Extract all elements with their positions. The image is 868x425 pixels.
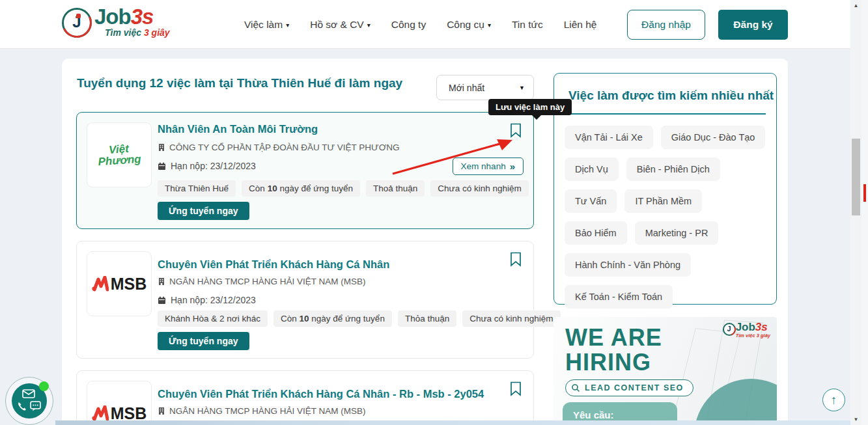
job-card[interactable]: MSB Chuyên Viên Phát Triển Khách Hàng Cá…: [76, 241, 534, 359]
msb-logomark: [92, 405, 109, 421]
search-tag[interactable]: Marketing - PR: [635, 221, 719, 245]
apply-now-button[interactable]: Ứng tuyển ngay: [158, 202, 249, 220]
job3s-logo[interactable]: J Job3s Tìm việc 3 giây: [62, 5, 170, 38]
window-edge-strip: [861, 0, 868, 425]
banner-headline: WE AREHIRING: [565, 325, 662, 375]
search-tag[interactable]: Tư Vấn: [565, 189, 617, 213]
login-button[interactable]: Đăng nhập: [627, 10, 705, 40]
job3s-logo-icon: J: [62, 8, 92, 38]
chevron-down-icon: ▾: [488, 21, 491, 29]
search-tag[interactable]: Vận Tải - Lái Xe: [565, 126, 653, 149]
envelope-icon: [22, 389, 35, 398]
building-icon: [158, 407, 165, 415]
register-button[interactable]: Đăng ký: [718, 10, 788, 40]
save-job-tooltip: Lưu việc làm này: [488, 99, 572, 115]
sort-dropdown-value: Mới nhất: [449, 83, 484, 93]
vertical-scrollbar[interactable]: ▲ ▼: [850, 0, 861, 425]
chat-bubble-icon: [30, 401, 41, 411]
scrollbar-up-arrow[interactable]: ▲: [850, 3, 861, 8]
quick-view-button[interactable]: Xem nhanh»: [453, 158, 524, 175]
company-logo-msb: MSB: [87, 251, 152, 316]
phone-icon: [17, 402, 27, 411]
job-tag-salary: Thoả thuận: [366, 180, 425, 197]
tooltip-pointer: [531, 115, 542, 120]
title-underline: [568, 113, 766, 115]
navbar: J Job3s Tìm việc 3 giây Việc làm▾ Hồ sơ …: [0, 0, 868, 49]
hiring-banner[interactable]: WE AREHIRING LEAD CONTENT SEO Yêu cầu: J…: [553, 317, 777, 425]
job-tag-experience: Chưa có kinh nghiệm: [462, 310, 560, 327]
nav-item-ho-so-cv[interactable]: Hồ sơ & CV▾: [310, 19, 371, 31]
job-tag-experience: Chưa có kinh nghiệm: [430, 180, 528, 197]
search-tag[interactable]: IT Phần Mềm: [624, 189, 702, 213]
chevron-down-icon: ▾: [286, 21, 289, 29]
scrollbar-down-arrow[interactable]: ▼: [850, 417, 861, 422]
job-title-link[interactable]: Chuyên Viên Phát Triển Khách Hàng Cá Nhâ…: [158, 388, 484, 400]
popular-searches-title: Việc làm được tìm kiếm nhiều nhất: [568, 89, 774, 103]
scrollbar-thumb[interactable]: [852, 139, 860, 215]
nav-item-tin-tuc[interactable]: Tin tức: [512, 19, 543, 31]
double-arrow-icon: »: [510, 161, 515, 172]
company-logo-vietphuong: ViệtPhương: [87, 122, 152, 187]
banner-role-pill: LEAD CONTENT SEO: [565, 379, 693, 396]
popular-searches-box: Việc làm được tìm kiếm nhiều nhất Vận Tả…: [553, 73, 777, 305]
company-name: CÔNG TY CỔ PHẦN TẬP ĐOÀN ĐẦU TƯ VIỆT PHƯ…: [169, 143, 399, 152]
online-status-dot: [39, 381, 49, 391]
chevron-down-icon: ▾: [367, 21, 371, 29]
job-tag-location: Thừa Thiên Huế: [158, 180, 236, 197]
job-tag-location: Khánh Hòa & 2 nơi khác: [158, 310, 268, 327]
deadline-text: Hạn nộp: 23/12/2023: [171, 295, 256, 305]
below-fold-strip: [55, 420, 850, 425]
company-name: NGÂN HÀNG TMCP HÀNG HẢI VIỆT NAM (MSB): [169, 277, 366, 286]
search-tag[interactable]: Bảo Hiểm: [565, 221, 627, 245]
bookmark-icon[interactable]: [510, 252, 522, 267]
nav-item-lien-he[interactable]: Liên hệ: [564, 19, 597, 31]
search-tag[interactable]: Biên - Phiên Dịch: [626, 158, 720, 181]
search-tag[interactable]: Giáo Dục - Đào Tạo: [661, 126, 766, 149]
main-panel: Tuyển dụng 12 việc làm tại Thừa Thiên Hu…: [62, 59, 788, 425]
job-tag-days-left: Còn 10 ngày để ứng tuyển: [273, 310, 392, 327]
brand-tagline: Tìm việc 3 giây: [105, 27, 170, 38]
building-icon: [158, 277, 165, 286]
nav-item-viec-lam[interactable]: Việc làm▾: [244, 19, 289, 31]
search-icon: [571, 383, 580, 392]
brand-job: Job: [94, 5, 131, 29]
dropdown-caret-icon: ▼: [519, 85, 525, 91]
contact-chat-widget[interactable]: [5, 377, 53, 425]
bookmark-icon[interactable]: [510, 123, 522, 138]
search-tag[interactable]: Kế Toán - Kiểm Toán: [565, 285, 673, 308]
job-title-link[interactable]: Chuyên Viên Phát Triển Khách Hàng Cá Nhâ…: [158, 258, 389, 271]
bookmark-icon[interactable]: [510, 381, 522, 396]
nav-item-cong-ty[interactable]: Công ty: [391, 19, 426, 31]
company-name: NGÂN HÀNG TMCP HÀNG HẢI VIỆT NAM (MSB): [169, 406, 366, 416]
brand-3s: 3s: [131, 5, 154, 29]
page-title: Tuyển dụng 12 việc làm tại Thừa Thiên Hu…: [77, 76, 402, 90]
job-tag-salary: Thỏa thuận: [398, 310, 456, 327]
nav-menu: Việc làm▾ Hồ sơ & CV▾ Công ty Công cụ▾ T…: [244, 0, 597, 49]
search-tag[interactable]: Dịch Vụ: [565, 158, 619, 181]
apply-now-button[interactable]: Ứng tuyển ngay: [158, 332, 249, 350]
clipped-red-element: [863, 184, 866, 202]
job-tag-days-left: Còn 10 ngày để ứng tuyển: [242, 180, 360, 197]
deadline-text: Hạn nộp: 23/12/2023: [171, 161, 256, 171]
banner-job3s-logo: J Job3s Tìm việc 3 giây: [723, 322, 770, 338]
scroll-to-top-button[interactable]: ↑: [822, 389, 845, 411]
sort-dropdown[interactable]: Mới nhất ▼: [436, 75, 534, 100]
job-title-link[interactable]: Nhân Viên An Toàn Môi Trường: [158, 123, 318, 135]
nav-item-cong-cu[interactable]: Công cụ▾: [447, 19, 491, 31]
job-card[interactable]: ViệtPhương Nhân Viên An Toàn Môi Trường …: [76, 112, 534, 229]
building-icon: [158, 143, 165, 152]
calendar-icon: [158, 296, 166, 305]
job-card[interactable]: MSB Chuyên Viên Phát Triển Khách Hàng Cá…: [76, 370, 534, 425]
search-tag[interactable]: Hành Chính - Văn Phòng: [565, 253, 691, 277]
msb-logomark: [92, 276, 109, 292]
calendar-icon: [158, 162, 166, 171]
company-logo-msb: MSB: [87, 381, 152, 425]
up-arrow-icon: ↑: [831, 393, 837, 407]
